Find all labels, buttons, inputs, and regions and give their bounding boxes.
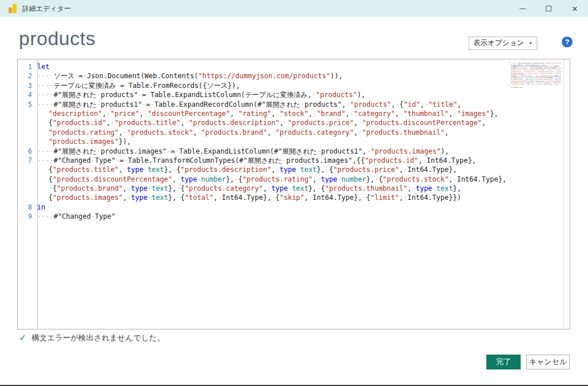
minimize-button[interactable] (509, 0, 535, 17)
question-mark-icon: ? (565, 38, 570, 46)
code-text: ····#"Changed·Type"·=·Table.TransformCol… (37, 156, 476, 165)
code-text: "products.images"}), (37, 137, 131, 146)
code-text: ····テーブルに変換済み·=·Table.FromRecords({ソース})… (37, 81, 240, 90)
line-number: 5 (18, 100, 37, 109)
line-number (18, 165, 37, 174)
code-line[interactable]: "description",·"price",·"discountPercent… (18, 109, 556, 118)
line-number (18, 109, 37, 118)
line-number: 9 (18, 212, 37, 221)
code-text: "description",·"price",·"discountPercent… (37, 109, 498, 118)
done-button[interactable]: 完了 (486, 355, 521, 369)
cancel-button[interactable]: キャンセル (526, 355, 570, 369)
scrollbar-track[interactable] (563, 59, 564, 329)
display-options-label: 表示オプション (473, 38, 524, 48)
maximize-icon (546, 6, 551, 11)
line-number (18, 193, 37, 202)
code-text: ·{"products.brand",·type·text},·{"produc… (37, 184, 461, 193)
code-text: ····ソース·=·Json.Document(Web.Contents("ht… (37, 71, 343, 81)
code-text: ····#"展開された·products.images"·=·Table.Exp… (37, 147, 449, 156)
line-number: 4 (18, 90, 37, 99)
code-text: {"products.title",·type·text},·{"product… (37, 165, 457, 174)
code-line: 9····#"Changed·Type" (508, 87, 561, 89)
close-icon: ✕ (572, 5, 578, 13)
line-number (18, 137, 37, 146)
code-line[interactable]: {"products.discountPercentage",·type·num… (18, 175, 556, 184)
syntax-status-message: 構文エラーが検出されませんでした。 (31, 333, 164, 343)
code-line[interactable]: 6····#"展開された·products.images"·=·Table.Ex… (18, 147, 556, 156)
code-text: ····#"展開された·products"·=·Table.ExpandList… (37, 90, 365, 99)
line-number: 8 (18, 203, 37, 212)
code-line[interactable]: ·{"products.brand",·type·text},·{"produc… (18, 184, 556, 193)
title-bar: 詳細エディター ✕ (0, 0, 588, 17)
code-line[interactable]: "products.images"}), (18, 137, 556, 146)
code-text: in (37, 203, 45, 212)
code-line[interactable]: 1let (18, 62, 556, 71)
code-line[interactable]: {"products.id",·"products.title",·"produ… (18, 118, 556, 127)
line-number (18, 175, 37, 184)
power-bi-logo-icon (8, 4, 17, 13)
code-line[interactable]: "products.rating",·"products.stock",·"pr… (18, 128, 556, 137)
window-title: 詳細エディター (22, 4, 71, 14)
code-line[interactable]: 8in (18, 203, 556, 212)
line-number: 3 (18, 81, 37, 90)
chevron-down-icon: ▼ (529, 41, 533, 45)
display-options-dropdown[interactable]: 表示オプション ▼ (469, 37, 537, 50)
check-icon: ✓ (19, 332, 26, 343)
code-line[interactable]: 4····#"展開された·products"·=·Table.ExpandLis… (18, 90, 556, 99)
code-line[interactable]: 9····#"Changed·Type" (18, 212, 556, 221)
code-text: ····#"展開された·products1"·=·Table.ExpandRec… (37, 100, 461, 109)
syntax-status: ✓ 構文エラーが検出されませんでした。 (19, 332, 164, 343)
code-editor[interactable]: 1let2····ソース·=·Json.Document(Web.Content… (17, 59, 570, 329)
code-text: ····#"Changed·Type" (37, 212, 115, 221)
line-number: 6 (18, 147, 37, 156)
code-line[interactable]: {"products.images",·type·text},·{"total"… (18, 193, 556, 202)
window-controls: ✕ (509, 0, 588, 17)
code-line: {"products.images",·type·text},·{"total"… (508, 84, 561, 86)
code-text: {"products.images",·type·text},·{"total"… (37, 193, 461, 202)
code-text: ····#"Changed·Type" (508, 87, 523, 89)
line-number: 1 (18, 62, 37, 71)
code-text: "products.rating",·"products.stock",·"pr… (37, 128, 449, 137)
code-line[interactable]: {"products.title",·type·text},·{"product… (18, 165, 556, 174)
line-number (18, 184, 37, 193)
line-number (18, 118, 37, 127)
query-name-title: products (19, 27, 95, 50)
code-line[interactable]: 5····#"展開された·products1"·=·Table.ExpandRe… (18, 100, 556, 109)
close-button[interactable]: ✕ (562, 0, 588, 17)
code-text: {"products.images",·type·text},·{"total"… (508, 84, 561, 86)
code-text: let (37, 62, 50, 71)
code-text: {"products.discountPercentage",·type·num… (37, 175, 506, 184)
help-button[interactable]: ? (562, 37, 573, 47)
minimap[interactable]: 1let2····ソース·=·Json.Document(Web.Content… (508, 62, 561, 89)
code-line[interactable]: 3····テーブルに変換済み·=·Table.FromRecords({ソース}… (18, 81, 556, 90)
code-line[interactable]: 2····ソース·=·Json.Document(Web.Contents("h… (18, 71, 556, 81)
maximize-button[interactable] (535, 0, 562, 17)
code-line[interactable]: 7····#"Changed·Type"·=·Table.TransformCo… (18, 156, 556, 165)
line-number: 7 (18, 156, 37, 165)
line-number (18, 128, 37, 137)
minimize-icon (519, 9, 526, 9)
line-number: 2 (18, 71, 37, 81)
code-text: {"products.id",·"products.title",·"produ… (37, 118, 486, 127)
code-lines[interactable]: 1let2····ソース·=·Json.Document(Web.Content… (18, 62, 556, 222)
